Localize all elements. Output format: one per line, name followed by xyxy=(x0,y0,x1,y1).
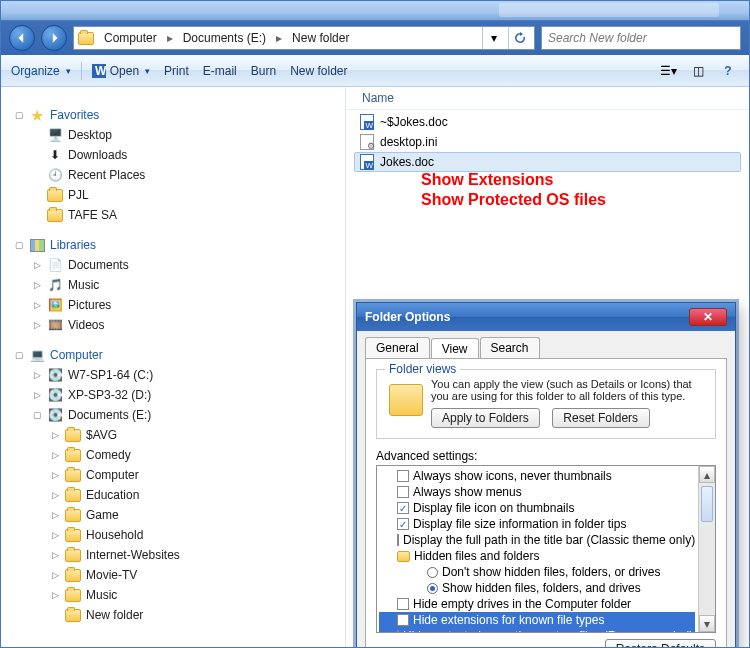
folder-internet[interactable]: ▷Internet-Websites xyxy=(47,545,345,565)
folder-music[interactable]: ▷Music xyxy=(47,585,345,605)
folder-views-icon xyxy=(389,384,423,416)
videos-icon: 🎞️ xyxy=(47,317,63,333)
lib-documents[interactable]: ▷📄Documents xyxy=(29,255,345,275)
scrollbar[interactable]: ▴ ▾ xyxy=(698,466,715,632)
ini-file-icon xyxy=(360,134,374,150)
crumb-root[interactable]: Computer xyxy=(100,30,161,46)
refresh-button[interactable] xyxy=(508,27,530,49)
scroll-down[interactable]: ▾ xyxy=(699,615,715,632)
help-button[interactable]: ? xyxy=(717,61,739,81)
drive-icon: 💽 xyxy=(47,407,63,423)
file-row[interactable]: desktop.ini xyxy=(354,132,741,152)
command-bar: Organize WOpen Print E-mail Burn New fol… xyxy=(1,55,749,87)
print-button[interactable]: Print xyxy=(164,64,189,78)
column-header-name[interactable]: Name xyxy=(346,87,749,110)
restore-defaults-button[interactable]: Restore Defaults xyxy=(605,639,716,648)
computer-header[interactable]: ▢💻Computer xyxy=(11,345,345,365)
file-row[interactable]: ~$Jokes.doc xyxy=(354,112,741,132)
folder-movietv[interactable]: ▷Movie-TV xyxy=(47,565,345,585)
folder-icon xyxy=(47,187,63,203)
group-label: Folder views xyxy=(385,362,460,376)
computer-icon: 💻 xyxy=(29,347,45,363)
scroll-thumb[interactable] xyxy=(701,486,713,522)
drive-e[interactable]: ▢💽Documents (E:) xyxy=(29,405,345,425)
folder-game[interactable]: ▷Game xyxy=(47,505,345,525)
tab-search[interactable]: Search xyxy=(480,337,540,358)
dialog-title: Folder Options xyxy=(365,310,450,324)
folder-comedy[interactable]: ▷Comedy xyxy=(47,445,345,465)
crumb-folder[interactable]: New folder xyxy=(288,30,353,46)
view-options-button[interactable]: ☰▾ xyxy=(657,61,679,81)
fav-desktop[interactable]: 🖥️Desktop xyxy=(29,125,345,145)
scroll-up[interactable]: ▴ xyxy=(699,466,715,483)
opt-hide-protected-os[interactable]: Hide protected operating system files (R… xyxy=(379,628,695,633)
opt-dont-show-hidden[interactable]: Don't show hidden files, folders, or dri… xyxy=(379,564,695,580)
burn-button[interactable]: Burn xyxy=(251,64,276,78)
opt-full-path-titlebar[interactable]: Display the full path in the title bar (… xyxy=(379,532,695,548)
opt-display-icon-thumb[interactable]: ✓Display file icon on thumbnails xyxy=(379,500,695,516)
folder-computer[interactable]: ▷Computer xyxy=(47,465,345,485)
tab-general[interactable]: General xyxy=(365,337,430,358)
address-dropdown[interactable]: ▾ xyxy=(482,27,504,49)
libraries-icon xyxy=(29,237,45,253)
tab-view[interactable]: View xyxy=(431,338,479,359)
open-button[interactable]: WOpen xyxy=(92,64,150,78)
folder-newfolder[interactable]: New folder xyxy=(47,605,345,625)
lib-pictures[interactable]: ▷🖼️Pictures xyxy=(29,295,345,315)
address-bar: Computer▸ Documents (E:)▸ New folder ▾ S… xyxy=(1,21,749,55)
word-doc-icon xyxy=(360,114,374,130)
opt-always-menus[interactable]: Always show menus xyxy=(379,484,695,500)
folder-household[interactable]: ▷Household xyxy=(47,525,345,545)
recent-icon: 🕘 xyxy=(47,167,63,183)
folder-avg[interactable]: ▷$AVG xyxy=(47,425,345,445)
word-icon: W xyxy=(92,64,106,78)
file-row[interactable]: Jokes.doc xyxy=(354,152,741,172)
word-doc-icon xyxy=(360,154,374,170)
email-button[interactable]: E-mail xyxy=(203,64,237,78)
opt-always-icons[interactable]: Always show icons, never thumbnails xyxy=(379,468,695,484)
close-button[interactable]: ✕ xyxy=(689,308,727,326)
back-button[interactable] xyxy=(9,25,35,51)
new-folder-button[interactable]: New folder xyxy=(290,64,347,78)
pictures-icon: 🖼️ xyxy=(47,297,63,313)
advanced-settings-label: Advanced settings: xyxy=(376,449,716,463)
apply-to-folders-button[interactable]: Apply to Folders xyxy=(431,408,540,428)
forward-button[interactable] xyxy=(41,25,67,51)
downloads-icon: ⬇ xyxy=(47,147,63,163)
drive-d[interactable]: ▷💽XP-SP3-32 (D:) xyxy=(29,385,345,405)
breadcrumb[interactable]: Computer▸ Documents (E:)▸ New folder ▾ xyxy=(73,26,535,50)
drive-c[interactable]: ▷💽W7-SP1-64 (C:) xyxy=(29,365,345,385)
crumb-drive[interactable]: Documents (E:) xyxy=(179,30,270,46)
folder-education[interactable]: ▷Education xyxy=(47,485,345,505)
search-input[interactable]: Search New folder xyxy=(541,26,741,50)
preview-pane-button[interactable]: ◫ xyxy=(687,61,709,81)
organize-menu[interactable]: Organize xyxy=(11,64,71,78)
file-view: Name ~$Jokes.doc desktop.ini Jokes.doc S… xyxy=(346,87,749,648)
svg-text:W: W xyxy=(95,64,106,78)
advanced-settings-list[interactable]: Always show icons, never thumbnails Alwa… xyxy=(376,465,716,633)
opt-display-size-tips[interactable]: ✓Display file size information in folder… xyxy=(379,516,695,532)
drive-icon: 💽 xyxy=(47,367,63,383)
opt-hide-extensions[interactable]: Hide extensions for known file types xyxy=(379,612,695,628)
fav-recent[interactable]: 🕘Recent Places xyxy=(29,165,345,185)
folder-icon xyxy=(47,207,63,223)
fav-downloads[interactable]: ⬇Downloads xyxy=(29,145,345,165)
dialog-titlebar[interactable]: Folder Options ✕ xyxy=(357,303,735,331)
folder-options-dialog: Folder Options ✕ General View Search Fol… xyxy=(356,302,736,648)
opt-hidden-files-folder[interactable]: Hidden files and folders xyxy=(379,548,695,564)
favorites-header[interactable]: ▢★Favorites xyxy=(11,105,345,125)
navigation-pane[interactable]: ▢★Favorites 🖥️Desktop ⬇Downloads 🕘Recent… xyxy=(1,87,346,648)
annotation-show-os: Show Protected OS files xyxy=(421,191,606,209)
opt-show-hidden[interactable]: Show hidden files, folders, and drives xyxy=(379,580,695,596)
drive-icon: 💽 xyxy=(47,387,63,403)
fav-tafesa[interactable]: TAFE SA xyxy=(29,205,345,225)
lib-videos[interactable]: ▷🎞️Videos xyxy=(29,315,345,335)
opt-hide-empty-drives[interactable]: Hide empty drives in the Computer folder xyxy=(379,596,695,612)
folder-icon xyxy=(78,30,94,46)
fav-pjl[interactable]: PJL xyxy=(29,185,345,205)
lib-music[interactable]: ▷🎵Music xyxy=(29,275,345,295)
desktop-icon: 🖥️ xyxy=(47,127,63,143)
reset-folders-button[interactable]: Reset Folders xyxy=(552,408,650,428)
libraries-header[interactable]: ▢Libraries xyxy=(11,235,345,255)
annotation-show-ext: Show Extensions xyxy=(421,171,553,189)
